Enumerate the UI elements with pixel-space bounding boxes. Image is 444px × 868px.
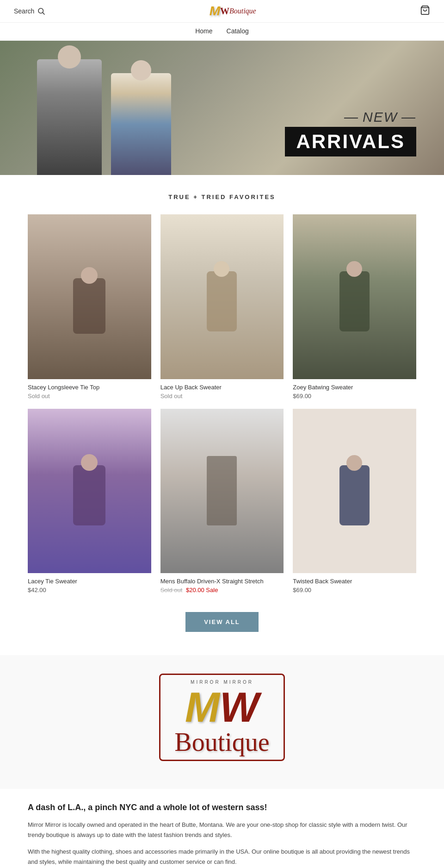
- product-img-placeholder: [160, 214, 284, 379]
- view-all-button[interactable]: VIEW ALL: [185, 612, 259, 632]
- product-name: Stacey Longsleeve Tie Top: [28, 384, 151, 391]
- favorites-section-title: TRUE + TRIED FAVORITES: [0, 175, 444, 214]
- product-card-mens[interactable]: Mens Buffalo Driven-X Straight Stretch S…: [160, 409, 284, 594]
- about-para2: With the highest quality clothing, shoes…: [28, 847, 416, 867]
- product-image-lace: [160, 214, 284, 379]
- about-para1: Mirror Mirror is locally owned and opera…: [28, 820, 416, 840]
- hero-arrivals-text: ARRIVALS: [285, 127, 416, 156]
- search-trigger[interactable]: Search: [14, 7, 45, 15]
- nav-home[interactable]: Home: [195, 27, 212, 35]
- svg-line-1: [43, 12, 45, 14]
- product-name: Lacey Tie Sweater: [28, 578, 151, 585]
- product-price: $42.00: [28, 587, 151, 593]
- view-all-section: VIEW ALL: [0, 593, 444, 655]
- hero-text: NEW ARRIVALS: [285, 109, 416, 156]
- main-nav: Home Catalog: [0, 23, 444, 41]
- product-card-lacey[interactable]: Lacey Tie Sweater $42.00: [28, 409, 151, 594]
- product-img-placeholder: [28, 409, 151, 574]
- product-image-stacey: [28, 214, 151, 379]
- product-name: Lace Up Back Sweater: [160, 384, 284, 391]
- product-img-placeholder: [160, 409, 284, 574]
- brand-logo-large: MIRROR MIRROR M W Boutique: [141, 664, 303, 770]
- product-name: Twisted Back Sweater: [293, 578, 416, 585]
- site-logo[interactable]: M W Boutique: [210, 5, 256, 18]
- product-grid: Stacey Longsleeve Tie Top Sold out Lace …: [0, 214, 444, 593]
- product-img-placeholder: [28, 214, 151, 379]
- hero-banner: NEW ARRIVALS: [0, 41, 444, 175]
- logo-section: MIRROR MIRROR M W Boutique: [0, 655, 444, 789]
- nav-catalog[interactable]: Catalog: [227, 27, 249, 35]
- search-label: Search: [14, 7, 34, 15]
- product-name: Zoey Batwing Sweater: [293, 384, 416, 391]
- hero-people: [0, 41, 311, 175]
- svg-point-0: [38, 8, 43, 13]
- product-card-stacey[interactable]: Stacey Longsleeve Tie Top Sold out: [28, 214, 151, 400]
- product-card-zoey[interactable]: Zoey Batwing Sweater $69.00: [293, 214, 416, 400]
- logo-border: MIRROR MIRROR M W Boutique: [159, 674, 284, 761]
- product-card-lace[interactable]: Lace Up Back Sweater Sold out: [160, 214, 284, 400]
- product-name: Mens Buffalo Driven-X Straight Stretch: [160, 578, 284, 585]
- about-title: A dash of L.A., a pinch NYC and a whole …: [28, 803, 416, 812]
- site-header: Search M W Boutique: [0, 0, 444, 23]
- product-price: $69.00: [293, 393, 416, 400]
- logo-w: W: [220, 687, 259, 728]
- product-image-mens: [160, 409, 284, 574]
- product-image-zoey: [293, 214, 416, 379]
- cart-icon: [420, 5, 430, 15]
- hero-new-text: NEW: [285, 109, 416, 125]
- search-icon: [37, 7, 45, 15]
- logo-boutique-cursive: Boutique: [174, 728, 269, 757]
- product-price: Sold out: [160, 393, 284, 400]
- price-original: Sold out: [160, 587, 183, 593]
- logo-m: M: [185, 687, 220, 728]
- product-image-twisted: [293, 409, 416, 574]
- product-img-placeholder: [293, 214, 416, 379]
- price-sale: $20.00 Sale: [186, 587, 218, 593]
- product-img-placeholder: [293, 409, 416, 574]
- product-price: $69.00: [293, 587, 416, 593]
- product-price: Sold out $20.00 Sale: [160, 587, 284, 593]
- cart-button[interactable]: [420, 5, 430, 17]
- about-section: A dash of L.A., a pinch NYC and a whole …: [0, 789, 444, 868]
- product-price: Sold out: [28, 393, 151, 400]
- product-image-lacey: [28, 409, 151, 574]
- product-card-twisted[interactable]: Twisted Back Sweater $69.00: [293, 409, 416, 594]
